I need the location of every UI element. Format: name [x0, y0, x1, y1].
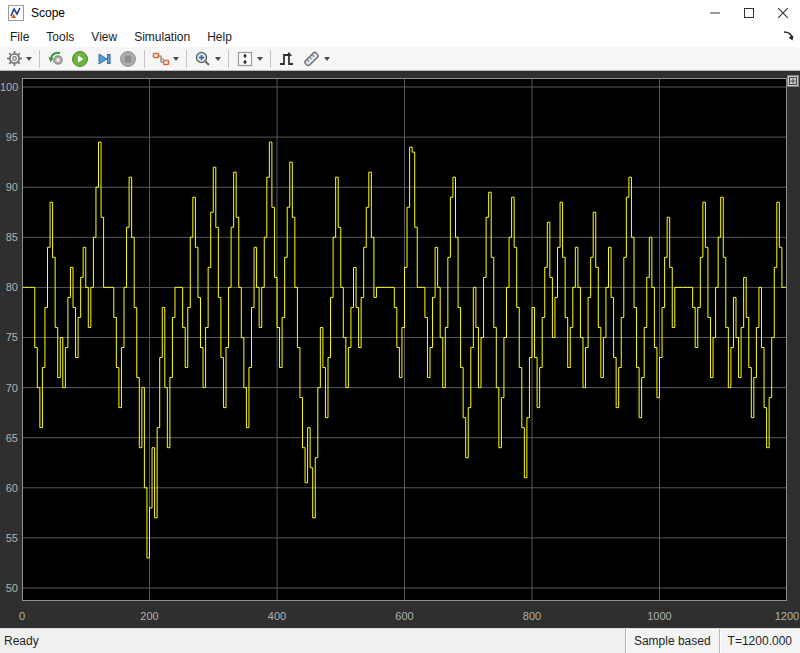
plot-area[interactable]	[22, 78, 787, 601]
gear-icon	[6, 50, 23, 67]
menu-tools[interactable]: Tools	[38, 28, 82, 46]
measurements-dropdown-caret[interactable]	[324, 57, 330, 61]
y-tick-label: 80	[0, 281, 18, 293]
trigger-button[interactable]	[275, 48, 299, 70]
menu-simulation[interactable]: Simulation	[126, 28, 198, 46]
dock-figure-arrow-icon[interactable]	[782, 29, 796, 43]
toolbar-separator	[39, 50, 40, 68]
y-tick-label: 70	[0, 382, 18, 394]
y-tick-label: 75	[0, 331, 18, 343]
settings-button[interactable]	[3, 48, 35, 70]
trigger-icon	[278, 50, 296, 68]
span-dropdown-caret[interactable]	[257, 57, 263, 61]
fit-to-view-icon	[236, 50, 254, 68]
scope-canvas: 5055606570758085909510002004006008001000…	[0, 71, 800, 628]
measurements-ruler-icon	[302, 50, 321, 68]
simulation-stepping-options-icon	[152, 50, 170, 68]
menu-help[interactable]: Help	[199, 28, 240, 46]
stepping-dropdown-caret[interactable]	[173, 57, 179, 61]
toolbar	[0, 47, 800, 71]
y-tick-label: 55	[0, 532, 18, 544]
toolbar-separator	[144, 50, 145, 68]
maximize-button[interactable]	[732, 0, 766, 26]
signal-plot	[22, 78, 787, 601]
x-tick-label: 1200	[767, 610, 800, 622]
axes-toolbar-button[interactable]	[787, 75, 799, 87]
window-controls	[698, 0, 800, 26]
run-button[interactable]	[68, 48, 92, 70]
x-tick-label: 0	[2, 610, 42, 622]
x-tick-label: 800	[512, 610, 552, 622]
settings-dropdown-caret[interactable]	[26, 57, 32, 61]
highlight-simulink-block-icon	[47, 50, 65, 68]
span-button[interactable]	[233, 48, 266, 70]
highlight-block-button[interactable]	[44, 48, 68, 70]
expand-axes-icon	[789, 77, 797, 85]
toolbar-separator	[228, 50, 229, 68]
stop-icon	[119, 50, 137, 68]
stepping-options-button[interactable]	[149, 48, 182, 70]
menubar: File Tools View Simulation Help	[0, 26, 800, 47]
y-tick-label: 65	[0, 432, 18, 444]
step-forward-button[interactable]	[92, 48, 116, 70]
y-tick-label: 60	[0, 482, 18, 494]
maximize-icon	[744, 8, 754, 18]
menu-view[interactable]: View	[83, 28, 125, 46]
x-tick-label: 200	[130, 610, 170, 622]
status-ready: Ready	[0, 629, 625, 653]
close-button[interactable]	[766, 0, 800, 26]
x-tick-label: 400	[257, 610, 297, 622]
scope-app-icon	[8, 5, 24, 21]
scope-window: Scope File Tools View Simulation Help	[0, 0, 800, 653]
statusbar: Ready Sample based T=1200.000	[0, 628, 800, 653]
y-tick-label: 95	[0, 131, 18, 143]
step-forward-icon	[95, 50, 113, 68]
status-sim-time: T=1200.000	[719, 629, 800, 653]
x-tick-label: 600	[385, 610, 425, 622]
measurements-button[interactable]	[299, 48, 333, 70]
toolbar-separator	[186, 50, 187, 68]
y-tick-label: 100	[0, 81, 18, 93]
zoom-dropdown-caret[interactable]	[215, 57, 221, 61]
titlebar: Scope	[0, 0, 800, 26]
run-icon	[71, 50, 89, 68]
y-tick-label: 85	[0, 231, 18, 243]
y-tick-label: 90	[0, 181, 18, 193]
window-title: Scope	[31, 6, 65, 20]
close-icon	[778, 8, 788, 18]
zoom-in-icon	[194, 50, 212, 68]
y-tick-label: 50	[0, 582, 18, 594]
status-sample-mode: Sample based	[625, 629, 719, 653]
stop-button[interactable]	[116, 48, 140, 70]
zoom-button[interactable]	[191, 48, 224, 70]
minimize-button[interactable]	[698, 0, 732, 26]
menu-file[interactable]: File	[2, 28, 37, 46]
x-tick-label: 1000	[640, 610, 680, 622]
toolbar-separator	[270, 50, 271, 68]
minimize-icon	[710, 8, 720, 18]
